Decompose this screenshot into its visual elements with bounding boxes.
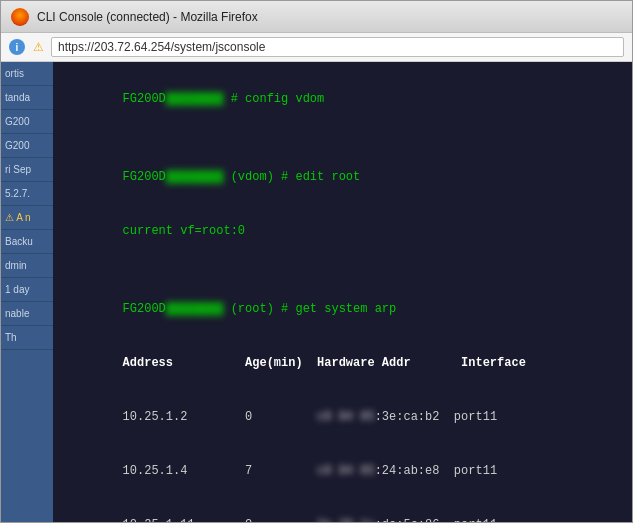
terminal-line-4: FG200D▓▓▓▓▓▓▓▓ (root) # get system arp xyxy=(65,282,620,336)
table-row: 10.25.1.2 0 c0 84 85:3e:ca:b2 port11 xyxy=(65,390,620,444)
address-bar-row: i ⚠ xyxy=(1,33,632,62)
sidebar-item-10[interactable]: nable xyxy=(1,302,53,326)
terminal-line-3: current vf=root:0 xyxy=(65,204,620,258)
sidebar-item-7[interactable]: Backu xyxy=(1,230,53,254)
info-icon: i xyxy=(9,39,25,55)
table-row: 10.25.1.11 0 3a 28 1c:dc:5c:86 port11 xyxy=(65,498,620,522)
sidebar-item-3[interactable]: G200 xyxy=(1,134,53,158)
sidebar-item-0[interactable]: ortis xyxy=(1,62,53,86)
firefox-icon xyxy=(11,8,29,26)
sidebar: ortis tanda G200 G200 ri Sep 5.2.7. ⚠ A … xyxy=(1,62,53,522)
terminal-line-1: FG200D▓▓▓▓▓▓▓▓ # config vdom xyxy=(65,72,620,126)
warning-lock-icon: ⚠ xyxy=(31,40,45,54)
sidebar-item-4[interactable]: ri Sep xyxy=(1,158,53,182)
window-title: CLI Console (connected) - Mozilla Firefo… xyxy=(37,10,258,24)
sidebar-item-11[interactable]: Th xyxy=(1,326,53,350)
terminal[interactable]: FG200D▓▓▓▓▓▓▓▓ # config vdom FG200D▓▓▓▓▓… xyxy=(53,62,632,522)
main-layout: ortis tanda G200 G200 ri Sep 5.2.7. ⚠ A … xyxy=(1,62,632,522)
address-input[interactable] xyxy=(51,37,624,57)
table-row: 10.25.1.4 7 c0 84 85:24:ab:e8 port11 xyxy=(65,444,620,498)
terminal-line-2: FG200D▓▓▓▓▓▓▓▓ (vdom) # edit root xyxy=(65,150,620,204)
sidebar-item-2[interactable]: G200 xyxy=(1,110,53,134)
sidebar-item-1[interactable]: tanda xyxy=(1,86,53,110)
terminal-line-blank1 xyxy=(65,132,620,150)
sidebar-item-5[interactable]: 5.2.7. xyxy=(1,182,53,206)
sidebar-item-6[interactable]: ⚠ A n xyxy=(1,206,53,230)
sidebar-item-9[interactable]: 1 day xyxy=(1,278,53,302)
terminal-header-row: Address Age(min) Hardware Addr Interface xyxy=(65,336,620,390)
sidebar-item-8[interactable]: dmin xyxy=(1,254,53,278)
terminal-line-blank2 xyxy=(65,264,620,282)
browser-window: CLI Console (connected) - Mozilla Firefo… xyxy=(0,0,633,523)
title-bar: CLI Console (connected) - Mozilla Firefo… xyxy=(1,1,632,33)
